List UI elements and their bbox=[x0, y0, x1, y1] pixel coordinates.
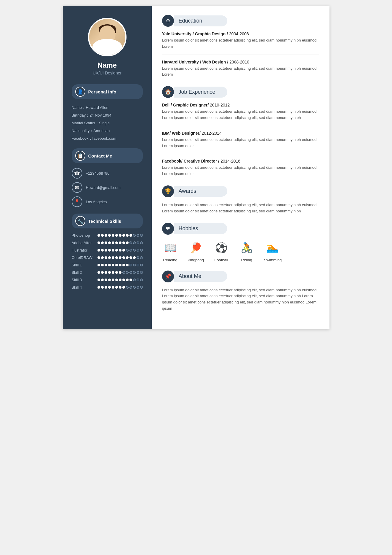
phone-value: +1234568790 bbox=[86, 171, 110, 176]
contact-me-label: Contact Me bbox=[88, 153, 112, 158]
dot-filled bbox=[112, 264, 114, 266]
dot-filled bbox=[122, 256, 125, 259]
dot-filled bbox=[129, 234, 132, 237]
dot-empty bbox=[129, 264, 132, 266]
dot-filled bbox=[105, 249, 107, 252]
dot-filled bbox=[119, 279, 121, 281]
skill-dots bbox=[97, 249, 143, 252]
dot-filled bbox=[112, 271, 114, 274]
experience-section: 🏠 Job Experience Dell / Graphic Designer… bbox=[162, 86, 319, 177]
dot-filled bbox=[101, 279, 104, 281]
dot-filled bbox=[112, 256, 114, 259]
dot-filled bbox=[129, 256, 132, 259]
dot-empty bbox=[133, 241, 136, 244]
dot-empty bbox=[140, 286, 143, 289]
dot-empty bbox=[133, 264, 136, 266]
dot-filled bbox=[97, 264, 100, 266]
personal-info-icon: 👤 bbox=[75, 87, 85, 97]
awards-header: 🏆 Awards bbox=[162, 185, 319, 197]
hobby-label: Swimming bbox=[264, 258, 282, 262]
dot-filled bbox=[115, 249, 118, 252]
hobby-icon: 🏊 bbox=[264, 239, 281, 256]
hobby-item: ⚽ Football bbox=[213, 239, 230, 262]
birthday-label: Birthday： bbox=[72, 112, 90, 119]
skill-row: CorelDRAW bbox=[72, 255, 143, 260]
about-me-text: Lorem ipsum dolor sit amet cons ectetuer… bbox=[162, 287, 319, 312]
dot-filled bbox=[119, 256, 121, 259]
dot-filled bbox=[97, 256, 100, 259]
skill-row: Skill 1 bbox=[72, 263, 143, 267]
dot-empty bbox=[133, 279, 136, 281]
about-me-section: 📌 About Me Lorem ipsum dolor sit amet co… bbox=[162, 271, 319, 312]
technical-skills-header: 🔧 Technical Skills bbox=[72, 214, 143, 228]
skill-name: Skill 4 bbox=[72, 285, 97, 290]
dot-empty bbox=[137, 234, 139, 237]
dot-filled bbox=[112, 249, 114, 252]
dot-filled bbox=[101, 271, 104, 274]
skill-dots bbox=[97, 279, 143, 281]
experience-title: Dell / Graphic Designer/ 2010-2012 bbox=[162, 103, 319, 107]
dot-filled bbox=[105, 286, 107, 289]
experience-icon: 🏠 bbox=[162, 86, 174, 98]
dot-filled bbox=[105, 256, 107, 259]
dot-filled bbox=[112, 234, 114, 237]
dot-filled bbox=[97, 286, 100, 289]
dot-empty bbox=[126, 286, 129, 289]
skill-row: Skill 3 bbox=[72, 278, 143, 282]
experience-entry: Facebook/ Creative Director / 2014-2016 … bbox=[162, 159, 319, 177]
dot-empty bbox=[129, 241, 132, 244]
dot-empty bbox=[137, 286, 139, 289]
dot-filled bbox=[108, 271, 111, 274]
dot-empty bbox=[122, 271, 125, 274]
dot-filled bbox=[112, 241, 114, 244]
dot-empty bbox=[129, 286, 132, 289]
marital-value: Single bbox=[99, 119, 110, 127]
dot-filled bbox=[105, 241, 107, 244]
dot-filled bbox=[119, 234, 121, 237]
facebook-value: facebook.com bbox=[92, 135, 116, 142]
hobbies-header: ❤ Hobbies bbox=[162, 223, 319, 235]
dot-empty bbox=[137, 256, 139, 259]
personal-info-header: 👤 Personal Info bbox=[72, 84, 143, 99]
dot-filled bbox=[108, 241, 111, 244]
hobby-icon: ⚽ bbox=[213, 239, 230, 256]
dot-empty bbox=[140, 271, 143, 274]
avatar bbox=[88, 18, 127, 56]
dot-filled bbox=[108, 279, 111, 281]
hobbies-section: ❤ Hobbies 📖 Reading🏓 Pingpong⚽ Football🚴… bbox=[162, 223, 319, 262]
dot-filled bbox=[97, 271, 100, 274]
skill-name: CorelDRAW bbox=[72, 255, 97, 260]
education-title: Yale University / Graphic Design / 2004-… bbox=[162, 31, 319, 36]
hobby-item: 📖 Reading bbox=[162, 239, 179, 262]
dot-filled bbox=[108, 286, 111, 289]
dot-filled bbox=[115, 279, 118, 281]
awards-text: Lorem ipsum dolor sit amet cons ectetuer… bbox=[162, 202, 319, 214]
experience-desc: Lorem ipsum dolor sit amet cons ectetuer… bbox=[162, 165, 319, 177]
skill-name: Illustrator bbox=[72, 248, 97, 252]
dot-filled bbox=[122, 234, 125, 237]
marital-label: Marital Status： bbox=[72, 119, 99, 127]
dot-filled bbox=[112, 279, 114, 281]
hobby-label: Football bbox=[214, 258, 228, 262]
hobby-label: Riding bbox=[241, 258, 252, 262]
phone-contact: ☎ +1234568790 bbox=[72, 168, 143, 179]
dot-empty bbox=[133, 286, 136, 289]
about-me-header: 📌 About Me bbox=[162, 271, 319, 282]
education-entry: Yale University / Graphic Design / 2004-… bbox=[162, 31, 319, 50]
dot-filled bbox=[97, 234, 100, 237]
awards-icon: 🏆 bbox=[162, 185, 174, 197]
contact-me-icon: 📋 bbox=[75, 151, 85, 161]
dot-filled bbox=[115, 286, 118, 289]
dot-filled bbox=[122, 279, 125, 281]
dot-filled bbox=[122, 264, 125, 266]
dot-filled bbox=[126, 264, 129, 266]
experience-header: 🏠 Job Experience bbox=[162, 86, 319, 98]
hobby-icon: 🏓 bbox=[188, 239, 204, 256]
skill-dots bbox=[97, 234, 143, 237]
name-field-label: Name： bbox=[72, 104, 86, 112]
hobby-item: 🏓 Pingpong bbox=[188, 239, 204, 262]
main-content: ⚙ Education Yale University / Graphic De… bbox=[152, 6, 329, 329]
awards-section: 🏆 Awards Lorem ipsum dolor sit amet cons… bbox=[162, 185, 319, 214]
facebook-label: Facebook： bbox=[72, 135, 92, 142]
dot-filled bbox=[108, 256, 111, 259]
